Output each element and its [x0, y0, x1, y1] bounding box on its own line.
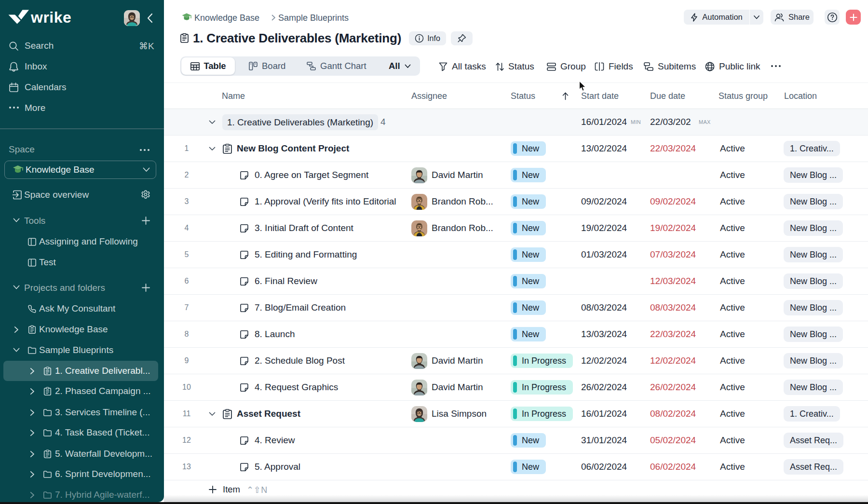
svg-text:wrike: wrike: [30, 9, 71, 25]
